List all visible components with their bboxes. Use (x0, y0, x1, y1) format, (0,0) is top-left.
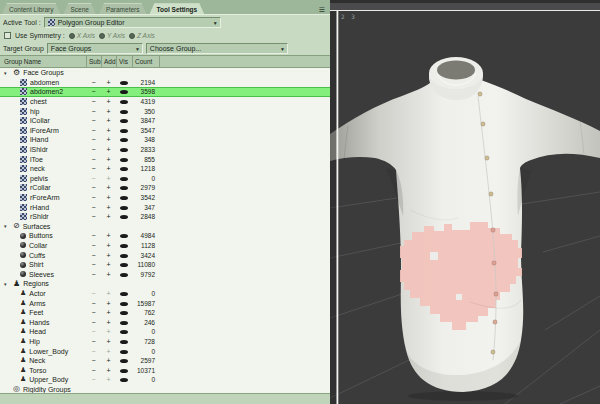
add-button[interactable]: + (101, 366, 116, 375)
visibility-toggle[interactable] (116, 97, 132, 106)
subtract-button[interactable]: − (86, 183, 101, 192)
subtract-button[interactable]: − (86, 203, 101, 212)
tree-row-Upper_Body[interactable]: ♟Upper_Body−+0 (0, 375, 330, 385)
add-button[interactable]: + (101, 193, 116, 202)
tree-row-rForeArm[interactable]: rForeArm−+3542 (0, 193, 330, 203)
subtract-button[interactable]: − (86, 366, 101, 375)
tab-parameters[interactable]: Parameters (99, 3, 147, 14)
tree-row-Hip[interactable]: ♟Hip−+728 (0, 337, 330, 347)
tree-row-lCollar[interactable]: lCollar−+3847 (0, 116, 330, 126)
add-button[interactable]: + (101, 183, 116, 192)
tree-row-chest[interactable]: chest−+4319 (0, 97, 330, 107)
visibility-toggle[interactable] (116, 183, 132, 192)
expand-arrow-icon[interactable]: ▾ (4, 70, 10, 76)
tree-row-hip[interactable]: hip−+350 (0, 106, 330, 116)
subtract-button[interactable]: − (86, 78, 101, 87)
visibility-toggle[interactable] (116, 87, 132, 96)
add-button[interactable]: + (101, 145, 116, 154)
visibility-toggle[interactable] (116, 126, 132, 135)
visibility-toggle[interactable] (116, 251, 132, 260)
add-button[interactable]: + (101, 260, 116, 269)
add-button[interactable]: + (101, 308, 116, 317)
add-button[interactable]: + (101, 116, 116, 125)
tree-root-rigidity-groups[interactable]: ◎Rigidity Groups (0, 385, 330, 393)
visibility-toggle[interactable] (116, 299, 132, 308)
visibility-toggle[interactable] (116, 366, 132, 375)
subtract-button[interactable]: − (86, 193, 101, 202)
tree-row-rHand[interactable]: rHand−+347 (0, 202, 330, 212)
add-button[interactable]: + (101, 126, 116, 135)
tree-row-Collar[interactable]: Collar−+1128 (0, 241, 330, 251)
tree-row-Head[interactable]: ♟Head−+0 (0, 327, 330, 337)
subtract-button[interactable]: − (86, 318, 101, 327)
add-button[interactable]: + (101, 375, 116, 384)
add-button[interactable]: + (101, 135, 116, 144)
z-axis-radio[interactable]: Z Axis (129, 32, 155, 39)
visibility-toggle[interactable] (116, 116, 132, 125)
subtract-button[interactable]: − (86, 155, 101, 164)
use-symmetry-checkbox[interactable] (4, 32, 11, 39)
visibility-toggle[interactable] (116, 356, 132, 365)
add-button[interactable]: + (101, 164, 116, 173)
visibility-toggle[interactable] (116, 145, 132, 154)
y-axis-radio[interactable]: Y Axis (99, 32, 125, 39)
visibility-toggle[interactable] (116, 193, 132, 202)
subtract-button[interactable]: − (86, 327, 101, 336)
subtract-button[interactable]: − (86, 308, 101, 317)
tree-row-Sleeves[interactable]: Sleeves−+9792 (0, 269, 330, 279)
subtract-button[interactable]: − (86, 135, 101, 144)
tree-row-Arms[interactable]: ♟Arms−+15987 (0, 298, 330, 308)
tree-row-lToe[interactable]: lToe−+855 (0, 154, 330, 164)
tree-row-Feet[interactable]: ♟Feet−+762 (0, 308, 330, 318)
visibility-toggle[interactable] (116, 212, 132, 221)
tree-row-Torso[interactable]: ♟Torso−+10371 (0, 365, 330, 375)
subtract-button[interactable]: − (86, 270, 101, 279)
subtract-button[interactable]: − (86, 337, 101, 346)
visibility-toggle[interactable] (116, 318, 132, 327)
visibility-toggle[interactable] (116, 270, 132, 279)
add-button[interactable]: + (101, 318, 116, 327)
visibility-toggle[interactable] (116, 241, 132, 250)
visibility-toggle[interactable] (116, 347, 132, 356)
subtract-button[interactable]: − (86, 87, 101, 96)
visibility-toggle[interactable] (116, 308, 132, 317)
viewport-3d[interactable]: 2 3 (330, 0, 600, 404)
subtract-button[interactable]: − (86, 289, 101, 298)
active-tool-dropdown[interactable]: Polygon Group Editor ▼ (44, 17, 221, 28)
add-button[interactable]: + (101, 289, 116, 298)
tree-row-neck[interactable]: neck−+1218 (0, 164, 330, 174)
add-button[interactable]: + (101, 97, 116, 106)
choose-group-dropdown[interactable]: Choose Group... ▼ (146, 43, 288, 54)
visibility-toggle[interactable] (116, 203, 132, 212)
visibility-toggle[interactable] (116, 260, 132, 269)
subtract-button[interactable]: − (86, 299, 101, 308)
tree-row-lHand[interactable]: lHand−+348 (0, 135, 330, 145)
x-axis-radio[interactable]: X Axis (69, 32, 95, 39)
subtract-button[interactable]: − (86, 116, 101, 125)
add-button[interactable]: + (101, 270, 116, 279)
add-button[interactable]: + (101, 78, 116, 87)
tree-row-rShldr[interactable]: rShldr−+2848 (0, 212, 330, 222)
subtract-button[interactable]: − (86, 126, 101, 135)
add-button[interactable]: + (101, 155, 116, 164)
tree-row-Neck[interactable]: ♟Neck−+2597 (0, 356, 330, 366)
tree-root-surfaces[interactable]: ▾⊘Surfaces (0, 222, 330, 232)
add-button[interactable]: + (101, 203, 116, 212)
subtract-button[interactable]: − (86, 97, 101, 106)
subtract-button[interactable]: − (86, 231, 101, 240)
visibility-toggle[interactable] (116, 327, 132, 336)
expand-arrow-icon[interactable]: ▾ (4, 281, 10, 287)
add-button[interactable]: + (101, 231, 116, 240)
add-button[interactable]: + (101, 327, 116, 336)
subtract-button[interactable]: − (86, 212, 101, 221)
visibility-toggle[interactable] (116, 135, 132, 144)
add-button[interactable]: + (101, 337, 116, 346)
add-button[interactable]: + (101, 299, 116, 308)
subtract-button[interactable]: − (86, 375, 101, 384)
visibility-toggle[interactable] (116, 78, 132, 87)
visibility-toggle[interactable] (116, 289, 132, 298)
tree-row-Shirt[interactable]: Shirt−+11080 (0, 260, 330, 270)
subtract-button[interactable]: − (86, 260, 101, 269)
subtract-button[interactable]: − (86, 145, 101, 154)
visibility-toggle[interactable] (116, 231, 132, 240)
